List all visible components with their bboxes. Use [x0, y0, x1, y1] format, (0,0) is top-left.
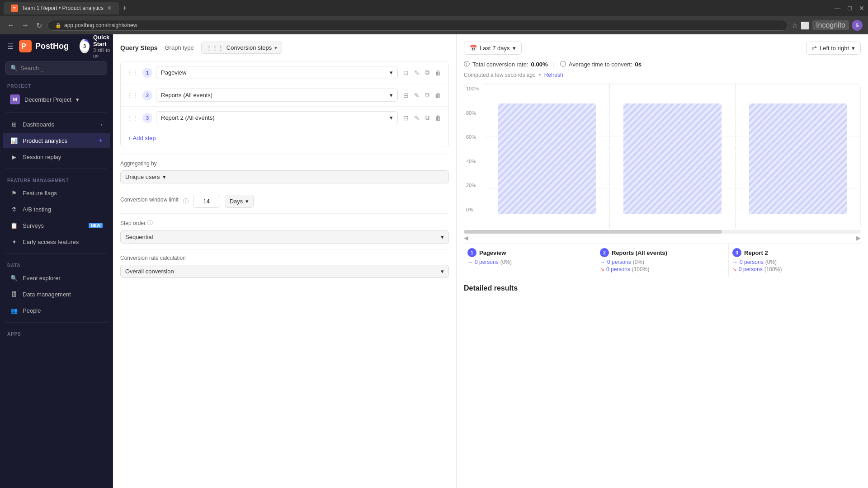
- step-3-edit-button[interactable]: ✎: [412, 113, 421, 123]
- address-bar[interactable]: 🔒 app.posthog.com/insights/new: [47, 20, 788, 31]
- sidebar-item-feature-flags[interactable]: ⚑ Feature flags: [3, 185, 110, 201]
- sidebar-label-event-explorer: Event explorer: [23, 275, 103, 282]
- step-3-dropdown[interactable]: Report 2 (All events) ▾: [156, 111, 398, 124]
- step-2-persons-down-count[interactable]: 0 persons: [606, 266, 630, 272]
- quick-start-count: 3: [80, 41, 90, 51]
- direction-label: Left to right: [820, 45, 849, 52]
- graph-type-chevron-icon: ▾: [274, 45, 277, 51]
- bookmark-icon[interactable]: ☆: [792, 21, 798, 30]
- step-order-dropdown[interactable]: Sequential ▾: [120, 230, 449, 244]
- aggregating-dropdown[interactable]: Unique users ▾: [120, 170, 449, 183]
- hamburger-menu-button[interactable]: ☰: [7, 42, 14, 51]
- project-avatar: M: [10, 94, 20, 104]
- step-2-arrow-right-icon: →: [600, 259, 605, 265]
- step-2-persons-count[interactable]: 0 persons: [607, 259, 631, 265]
- sidebar-item-people[interactable]: 👥 People: [3, 303, 110, 318]
- forward-button[interactable]: →: [20, 19, 31, 31]
- computed-text: Computed a few seconds ago: [464, 72, 536, 78]
- search-input[interactable]: 🔍 Search _: [5, 61, 107, 75]
- new-tab-button[interactable]: +: [123, 4, 127, 12]
- step-1-filter-button[interactable]: ⊟: [401, 67, 410, 78]
- step-1-persons-count[interactable]: 0 persons: [475, 259, 499, 265]
- close-browser-button[interactable]: ✕: [859, 5, 864, 12]
- step-1-drag-handle[interactable]: ⋮⋮: [126, 69, 139, 76]
- step-3-drag-handle[interactable]: ⋮⋮: [126, 114, 139, 122]
- quick-start-subtitle: 3 still to go: [93, 47, 113, 58]
- sidebar-divider-4: [5, 322, 107, 323]
- extension-icon[interactable]: ⬜: [801, 21, 810, 30]
- step-label-header-1: 1 Pageview: [467, 248, 592, 257]
- add-step-button[interactable]: + Add step: [121, 129, 163, 147]
- scroll-right-icon[interactable]: ▶: [856, 235, 861, 241]
- graph-type-dropdown[interactable]: ⋮⋮⋮ Conversion steps ▾: [201, 42, 282, 54]
- step-3-persons-down: ↘ 0 persons (100%): [732, 266, 857, 272]
- sidebar-item-product-analytics[interactable]: 📊 Product analytics +: [3, 133, 110, 148]
- sidebar-item-data-management[interactable]: 🗄 Data management: [3, 286, 110, 302]
- conversion-window-info-icon[interactable]: ⓘ: [183, 197, 189, 205]
- minimize-button[interactable]: —: [835, 5, 841, 12]
- step-3-persons-count[interactable]: 0 persons: [740, 259, 764, 265]
- sidebar-item-surveys[interactable]: 📋 Surveys NEW: [3, 218, 110, 233]
- step-2-delete-button[interactable]: 🗑: [433, 90, 443, 101]
- browser-tab[interactable]: T Team 1 Report • Product analytics ✕: [4, 2, 119, 14]
- dashboards-icon: ⊞: [10, 120, 18, 128]
- step-3-persons-pct: (0%): [765, 259, 777, 265]
- maximize-button[interactable]: □: [848, 5, 852, 12]
- step-2-filter-button[interactable]: ⊟: [401, 90, 410, 101]
- graph-type-label: Graph type: [165, 44, 193, 51]
- sidebar-item-dashboards[interactable]: ⊞ Dashboards ▾: [3, 117, 110, 132]
- chart-scrollbar[interactable]: [464, 230, 861, 234]
- conversion-rate-calc-dropdown[interactable]: Overall conversion ▾: [120, 265, 449, 278]
- step-2-dropdown[interactable]: Reports (All events) ▾: [156, 89, 398, 102]
- conversion-window-input[interactable]: [193, 195, 220, 208]
- chart-controls: 📅 Last 7 days ▾ ⇄ Left to right ▾: [464, 42, 861, 55]
- reload-button[interactable]: ↻: [34, 19, 44, 32]
- sidebar-item-event-explorer[interactable]: 🔍 Event explorer: [3, 270, 110, 286]
- step-3-delete-button[interactable]: 🗑: [433, 113, 443, 123]
- step-1-persons-pct: (0%): [500, 259, 512, 265]
- app-layout: ☰ P PostHog 3 Quick Start 3 still to go: [0, 34, 868, 488]
- step-order-info-icon[interactable]: ⓘ: [147, 219, 153, 227]
- chart-step-label-1: 1 Pageview → 0 persons (0%): [464, 244, 596, 277]
- step-1-copy-button[interactable]: ⧉: [423, 67, 431, 78]
- step-3-persons-down-count[interactable]: 0 persons: [739, 266, 763, 272]
- step-2-drag-handle[interactable]: ⋮⋮: [126, 92, 139, 99]
- back-button[interactable]: ←: [5, 19, 16, 31]
- date-range-picker[interactable]: 📅 Last 7 days ▾: [464, 42, 522, 55]
- conversion-window-unit-dropdown[interactable]: Days ▾: [225, 195, 254, 208]
- step-3-filter-button[interactable]: ⊟: [401, 113, 410, 123]
- sidebar-item-early-access[interactable]: ✦ Early access features: [3, 234, 110, 249]
- sidebar-item-session-replay[interactable]: ▶ Session replay: [3, 149, 110, 164]
- query-steps-header: Query Steps Graph type ⋮⋮⋮ Conversion st…: [120, 42, 449, 54]
- refresh-button[interactable]: Refresh: [544, 72, 563, 78]
- project-section-label: PROJECT: [0, 78, 113, 90]
- y-axis-40: 40%: [466, 159, 481, 164]
- chart-scrollbar-thumb[interactable]: [464, 230, 722, 234]
- computed-separator: •: [539, 72, 541, 78]
- step-1-delete-button[interactable]: 🗑: [433, 67, 443, 78]
- project-selector[interactable]: M December Project ▾: [3, 91, 110, 108]
- step-2-edit-button[interactable]: ✎: [412, 90, 421, 101]
- quick-start-button[interactable]: 3 Quick Start 3 still to go: [80, 34, 113, 58]
- add-insight-button[interactable]: +: [99, 136, 103, 145]
- step-2-actions: ⊟ ✎ ⧉ 🗑: [401, 89, 443, 101]
- step-label-header-3: 3 Report 2: [732, 248, 857, 257]
- quick-start-text: Quick Start 3 still to go: [93, 34, 113, 58]
- step-1-persons: → 0 persons (0%): [467, 259, 592, 265]
- chart-bar-2: [623, 103, 721, 214]
- scroll-left-icon[interactable]: ◀: [464, 235, 468, 241]
- sidebar-item-ab-testing[interactable]: ⚗ A/B testing: [3, 202, 110, 217]
- chart-columns: [485, 84, 860, 228]
- conversion-window-row: Conversion window limit ⓘ Days ▾: [120, 195, 449, 208]
- quick-start-progress-circle: 3: [80, 39, 90, 53]
- sidebar-label-ab-testing: A/B testing: [23, 206, 103, 213]
- step-2-copy-button[interactable]: ⧉: [423, 89, 431, 101]
- tab-close-button[interactable]: ✕: [107, 5, 112, 11]
- step-1-edit-button[interactable]: ✎: [412, 67, 421, 78]
- step-3-copy-button[interactable]: ⧉: [423, 112, 431, 123]
- chart-scroll-arrows: ◀ ▶: [464, 235, 861, 241]
- browser-user-avatar[interactable]: S: [852, 20, 863, 31]
- sidebar-label-session-replay: Session replay: [23, 154, 103, 160]
- step-1-dropdown[interactable]: Pageview ▾: [156, 66, 398, 79]
- direction-button[interactable]: ⇄ Left to right ▾: [806, 42, 861, 55]
